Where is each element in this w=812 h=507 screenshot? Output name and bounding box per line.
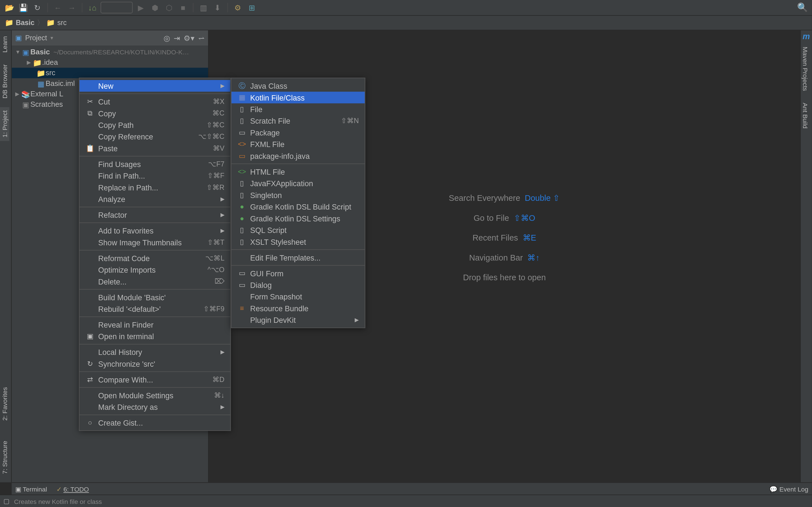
menu-item-singleton[interactable]: ▯Singleton [232,189,365,201]
menu-item-open-in-terminal[interactable]: ▣Open in terminal [80,330,231,342]
menu-item-refactor[interactable]: Refactor▶ [80,209,231,221]
breadcrumb-item[interactable]: 📁 src [46,18,67,27]
menu-item-copy[interactable]: ⧉Copy⌘C [80,107,231,119]
layout2-icon[interactable]: ⬇ [211,2,223,13]
hide-icon[interactable]: ⥋ [198,34,205,42]
menu-label: Synchronize 'src' [98,359,224,368]
layout-icon[interactable]: ▥ [198,2,209,13]
menu-item-replace-in-path[interactable]: Replace in Path...⇧⌘R [80,182,231,193]
menu-item-paste[interactable]: 📋Paste⌘V [80,143,231,154]
tree-item-idea[interactable]: ▶ 📁 .idea [11,57,208,68]
dropdown-icon[interactable]: ▾ [50,35,53,41]
save-icon[interactable]: 💾 [17,2,29,13]
tab-eventlog[interactable]: 💬 Event Log [769,486,808,493]
collapse-icon[interactable]: ⇥ [174,34,180,42]
tab-project[interactable]: 1: Project [0,107,9,141]
menu-label: JavaFXApplication [250,179,359,187]
tab-db-browser[interactable]: DB Browser [0,61,9,102]
tab-terminal[interactable]: ▣ Terminal [15,486,47,493]
debug-icon[interactable]: ⬢ [149,2,161,13]
menu-label: Kotlin File/Class [250,93,359,102]
undo-icon[interactable]: ← [52,2,63,13]
menu-item-cut[interactable]: ✂Cut⌘X [80,96,231,107]
menu-item-html-file[interactable]: <>HTML File [232,166,365,177]
window-icon[interactable]: ▢ [3,497,14,505]
tab-todo[interactable]: ✓ 6: TODO [56,486,89,493]
menu-item-kotlin-file-class[interactable]: ▦Kotlin File/Class [232,92,365,103]
menu-separator [80,207,231,207]
search-icon[interactable]: 🔍 [797,2,808,13]
shortcut: ⌘↓ [214,391,224,399]
menu-item-create-gist[interactable]: ○Create Gist... [80,417,231,429]
shortcut: ⌘V [213,144,224,152]
menu-item-find-in-path[interactable]: Find in Path...⇧⌘F [80,170,231,181]
sync-icon[interactable]: ↻ [32,2,43,13]
menu-item-gradle-kotlin-dsl-build-script[interactable]: ●Gradle Kotlin DSL Build Script [232,201,365,212]
tab-maven[interactable]: Maven Projects [801,43,810,94]
structure-icon[interactable]: ⊞ [246,2,258,13]
menu-item-find-usages[interactable]: Find Usages⌥F7 [80,158,231,170]
menu-item-add-to-favorites[interactable]: Add to Favorites▶ [80,225,231,236]
menu-item-edit-file-templates[interactable]: Edit File Templates... [232,251,365,263]
menu-item-sql-script[interactable]: ▯SQL Script [232,224,365,236]
menu-item-reformat-code[interactable]: Reformat Code⌥⌘L [80,252,231,264]
menu-label: Reformat Code [98,254,202,263]
menu-item-mark-directory-as[interactable]: Mark Directory as▶ [80,401,231,413]
menu-item-dialog[interactable]: ▭Dialog [232,279,365,291]
tree-item-src[interactable]: 📁 src [11,68,208,78]
chevron-right-icon[interactable]: ▶ [27,59,33,65]
shortcut: ⌥⇧⌘C [198,133,224,141]
menu-item-package[interactable]: ▭Package [232,127,365,138]
target-icon[interactable]: ◎ [163,34,170,42]
build-icon[interactable]: ↓⌂ [87,2,98,13]
breadcrumb-item[interactable]: 📁 Basic [5,18,35,27]
run-icon[interactable]: ▶ [135,2,147,13]
menu-item-form-snapshot[interactable]: Form Snapshot [232,291,365,302]
menu-label: Cut [98,97,209,106]
tab-learn[interactable]: Learn [0,33,9,56]
menu-item-compare-with[interactable]: ⇄Compare With...⌘D [80,374,231,385]
menu-item-xslt-stylesheet[interactable]: ▯XSLT Stylesheet [232,236,365,247]
coverage-icon[interactable]: ⬡ [163,2,174,13]
menu-item-build-module-basic[interactable]: Build Module 'Basic' [80,291,231,303]
menu-item-optimize-imports[interactable]: Optimize Imports^⌥O [80,264,231,276]
tab-structure[interactable]: 7: Structure [0,438,9,478]
menu-item-fxml-file[interactable]: <>FXML File [232,138,365,150]
menu-item-new[interactable]: New▶ [80,80,231,92]
menu-item-analyze[interactable]: Analyze▶ [80,193,231,205]
tab-favorites[interactable]: 2: Favorites [0,383,9,424]
hint-label: Search Everywhere [449,193,520,203]
menu-item-scratch-file[interactable]: ▯Scratch File⇧⌘N [232,115,365,126]
menu-item-synchronize-src[interactable]: ↻Synchronize 'src' [80,358,231,370]
tree-root[interactable]: ▼ ▣ Basic ~/Documents/RESEARCH/KOTLIN/KI… [11,47,208,57]
menu-item-gui-form[interactable]: ▭GUI Form [232,267,365,279]
redo-icon[interactable]: → [66,2,78,13]
shortcut: ⌦ [214,277,224,286]
menu-item-copy-reference[interactable]: Copy Reference⌥⇧⌘C [80,131,231,142]
open-icon[interactable]: 📂 [3,2,15,13]
menu-item-gradle-kotlin-dsl-settings[interactable]: ●Gradle Kotlin DSL Settings [232,213,365,224]
project-title[interactable]: Project [25,34,47,42]
menu-item-file[interactable]: ▯File [232,103,365,115]
menu-item-copy-path[interactable]: Copy Path⇧⌘C [80,119,231,131]
run-config-combo[interactable] [101,2,133,13]
menu-item-package-info-java[interactable]: ▭package-info.java [232,150,365,162]
menu-item-java-class[interactable]: ⒸJava Class [232,80,365,92]
menu-label: Form Snapshot [250,292,359,301]
menu-item-reveal-in-finder[interactable]: Reveal in Finder [80,319,231,330]
menu-item-rebuild-default[interactable]: Rebuild '<default>'⇧⌘F9 [80,303,231,315]
maven-m-icon[interactable]: m [802,32,811,41]
chevron-down-icon[interactable]: ▼ [15,49,21,55]
menu-item-show-image-thumbnails[interactable]: Show Image Thumbnails⇧⌘T [80,237,231,248]
menu-item-javafxapplication[interactable]: ▯JavaFXApplication [232,177,365,189]
menu-item-delete[interactable]: Delete...⌦ [80,276,231,287]
tab-ant[interactable]: Ant Build [801,99,810,132]
settings-icon[interactable]: ⚙ [232,2,244,13]
stop-icon[interactable]: ■ [177,2,189,13]
menu-item-plugin-devkit[interactable]: Plugin DevKit▶ [232,314,365,326]
menu-item-open-module-settings[interactable]: Open Module Settings⌘↓ [80,390,231,401]
gear-icon[interactable]: ⚙▾ [184,34,195,42]
menu-item-resource-bundle[interactable]: ≡Resource Bundle [232,302,365,314]
menu-item-local-history[interactable]: Local History▶ [80,346,231,358]
chevron-right-icon[interactable]: ▶ [15,91,21,97]
